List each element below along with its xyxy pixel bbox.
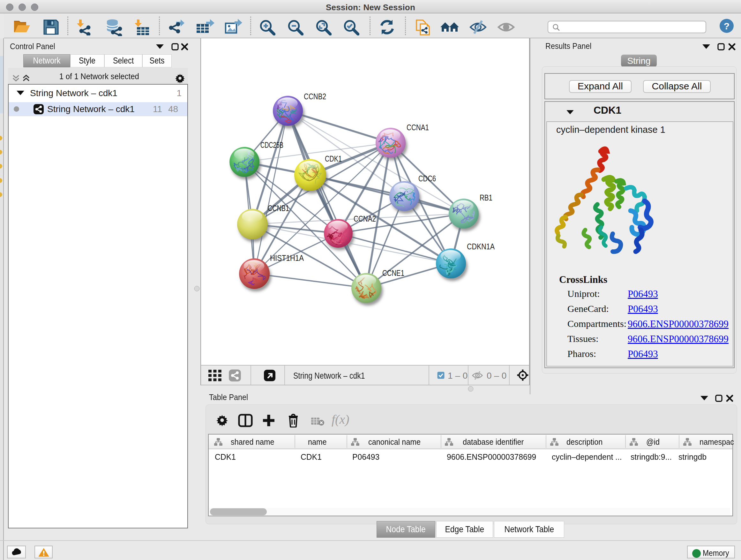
svg-text:RB1: RB1 [480,193,492,202]
svg-text:CDC6: CDC6 [418,174,436,183]
svg-text:CDC25B: CDC25B [260,140,283,150]
svg-text:CDK1: CDK1 [325,154,342,164]
svg-text:?: ? [724,21,730,31]
svg-text:CCNA1: CCNA1 [407,123,429,132]
svg-text:CCNB1: CCNB1 [268,203,289,213]
svg-text:CCNE1: CCNE1 [382,268,404,278]
svg-text:CCNA2: CCNA2 [354,214,376,224]
svg-text:CDKN1A: CDKN1A [467,242,495,251]
svg-text:HIST1H1A: HIST1H1A [270,253,304,263]
svg-text:CCNB2: CCNB2 [304,91,326,101]
